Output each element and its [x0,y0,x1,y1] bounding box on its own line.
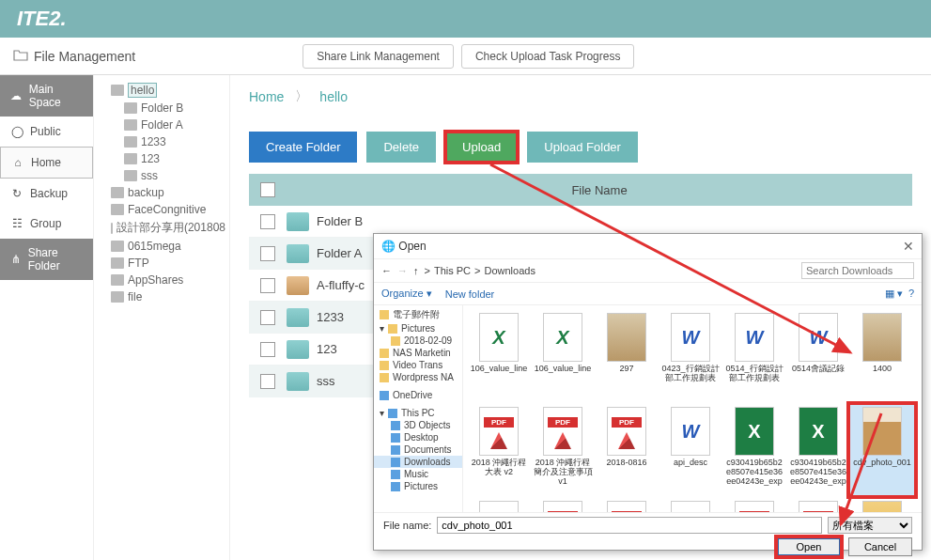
file-item[interactable]: CV [467,499,531,512]
check-upload-progress-button[interactable]: Check Upload Task Progress [461,44,635,69]
side-mail[interactable]: 電子郵件附 [374,307,462,322]
backup-icon: ↻ [9,186,24,201]
sidebar-public[interactable]: ◯Public [0,117,93,147]
file-item[interactable]: 2018 沖繩行程簡介及注意事項v1 [531,405,595,495]
chevron-right-icon: 〉 [295,88,308,105]
crumb-home[interactable]: Home [249,89,284,104]
tree-design[interactable]: 設計部分享用(201808 [98,218,225,238]
filetype-select[interactable]: 所有檔案 [828,517,912,534]
filename-input[interactable] [437,517,822,534]
close-icon[interactable]: ✕ [903,239,914,254]
tree-appshares[interactable]: AppShares [98,272,225,288]
organize-menu[interactable]: Organize ▾ [381,288,432,300]
side-video[interactable]: Video Trans [374,359,462,371]
new-folder-button[interactable]: New folder [445,288,495,300]
row-checkbox[interactable] [260,310,275,325]
search-input[interactable] [801,262,914,279]
file-item[interactable]: 0514_行銷設計部工作規劃表 [722,311,786,401]
tree-123[interactable]: 123 [98,150,225,167]
side-3dobjects[interactable]: 3D Objects [374,419,462,431]
table-header: File Name [249,174,912,206]
side-music[interactable]: Music [374,468,462,480]
side-pictures[interactable]: ▾Pictures [374,322,462,334]
file-grid: 106_value_line 106_value_line 297 0423_行… [463,305,922,512]
breadcrumb: Home 〉 hello [249,88,912,105]
nav-up-icon[interactable]: ↑ [413,265,419,276]
select-all-checkbox[interactable] [260,182,275,197]
sidebar-share-folder[interactable]: ⋔Share Folder [0,239,93,280]
side-onedrive[interactable]: OneDrive [374,389,462,401]
file-management-label: File Management [0,48,135,64]
file-item[interactable]: DBS-Estatement_201804 (1) [531,499,595,512]
filename-label: File name: [383,520,431,531]
tree-backup[interactable]: backup [98,184,225,201]
file-item[interactable]: c930419b65b2e8507e415e36ee04243e_export [786,405,850,495]
sidebar-backup[interactable]: ↻Backup [0,179,93,209]
side-documents[interactable]: Documents [374,443,462,456]
help-icon[interactable]: ? [908,288,914,300]
sidebar-home[interactable]: ⌂Home [0,147,93,179]
file-item[interactable]: c930419b65b2e8507e415e36ee04243e_export … [722,405,786,495]
file-item[interactable]: DeLeonMarketingAnalyst1 [659,499,722,512]
open-file-dialog: 🌐 Open ✕ ← → ↑ >This PC>Downloads Organi… [373,233,923,551]
side-thispc[interactable]: ▾This PC [374,407,462,419]
row-checkbox[interactable] [260,214,275,229]
share-icon: ⋔ [9,252,23,267]
side-20180209[interactable]: 2018-02-09 [374,334,462,347]
side-pictures2[interactable]: Pictures [374,480,462,492]
create-folder-button[interactable]: Create Folder [249,132,357,163]
tree-file[interactable]: file [98,288,225,305]
sidebar-group[interactable]: ☷Group [0,209,93,239]
file-item[interactable]: 2018-0816 [595,405,659,495]
file-item[interactable]: DoC-CE [786,499,850,512]
view-icon[interactable]: ▦ ▾ [885,288,903,300]
delete-button[interactable]: Delete [366,132,436,163]
side-nas[interactable]: NAS Marketin [374,347,462,359]
upload-folder-button[interactable]: Upload Folder [527,132,638,163]
side-downloads[interactable]: Downloads [374,456,462,468]
file-item[interactable]: 297 [595,311,659,401]
column-filename: File Name [287,183,912,197]
open-button[interactable]: Open [777,537,841,556]
file-item[interactable]: 106_value_line [531,311,595,401]
cancel-button[interactable]: Cancel [848,537,912,556]
tree-0615mega[interactable]: 0615mega [98,238,225,255]
tree-folder-b[interactable]: Folder B [98,100,225,117]
tree-facecognitive[interactable]: FaceCongnitive [98,201,225,218]
file-item[interactable]: drive-download-20180801T072834Z-001 [850,499,914,512]
file-item[interactable]: 106_value_line [467,311,531,401]
file-item[interactable]: DoC-CE (1) [722,499,786,512]
row-checkbox[interactable] [260,278,275,293]
tree-ftp[interactable]: FTP [98,255,225,272]
row-checkbox[interactable] [260,374,275,389]
file-item[interactable]: DBS-Estatement_201804 [595,499,659,512]
nav-back-icon[interactable]: ← [381,265,392,276]
tree-hello[interactable]: hello [98,81,225,100]
logo: ITE2. [0,0,931,38]
cloud-icon: ☁ [9,88,23,103]
share-link-management-button[interactable]: Share Link Management [303,44,454,69]
file-item[interactable]: 2018 沖繩行程大表 v2 [467,405,531,495]
file-item-selected[interactable]: cdv_photo_001 [850,405,914,495]
address-bar[interactable]: >This PC>Downloads [425,265,797,276]
tree-folder-a[interactable]: Folder A [98,117,225,133]
sidebar-main-space[interactable]: ☁Main Space [0,75,93,117]
crumb-hello[interactable]: hello [319,89,348,104]
folder-icon [287,340,309,359]
globe-icon: ◯ [9,124,24,139]
file-item[interactable]: 0514會議記錄 [786,311,850,401]
tree-sss[interactable]: sss [98,167,225,184]
upload-button[interactable]: Upload [445,132,518,163]
folder-tree: hello Folder B Folder A 1233 123 sss bac… [94,75,230,560]
tree-1233[interactable]: 1233 [98,133,225,150]
row-checkbox[interactable] [260,342,275,357]
side-wordpress[interactable]: Wordpress NA [374,371,462,383]
file-item[interactable]: api_desc [659,405,722,495]
file-item[interactable]: 1400 [850,311,914,401]
side-desktop[interactable]: Desktop [374,431,462,443]
row-checkbox[interactable] [260,246,275,261]
nav-fwd-icon[interactable]: → [397,265,408,276]
folder-icon [287,372,309,391]
folder-icon [287,244,309,263]
file-item[interactable]: 0423_行銷設計部工作規劃表 [659,311,722,401]
